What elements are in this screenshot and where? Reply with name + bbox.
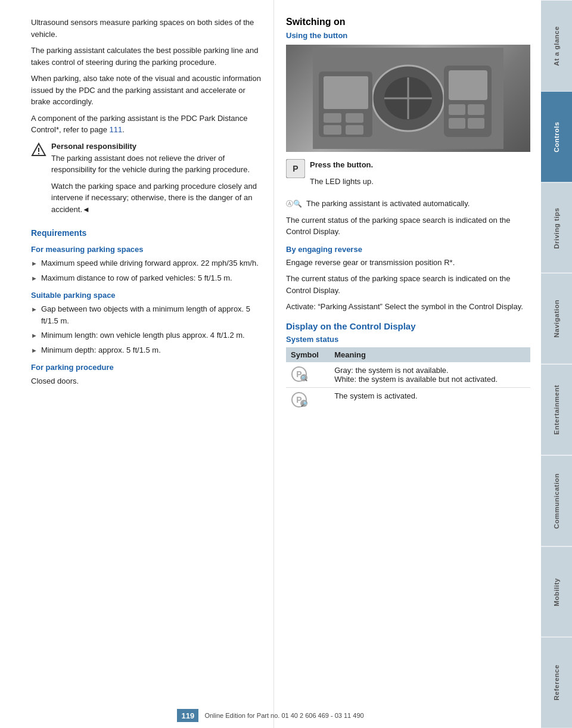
symbol-active: P 🔎	[291, 391, 325, 408]
sidebar-tab-at-a-glance[interactable]: At a glance	[541, 0, 572, 91]
warning-icon	[31, 142, 46, 158]
intro-p2: The parking assistant calculates the bes…	[31, 45, 262, 68]
system-status-heading: System status	[286, 335, 530, 344]
svg-text:🔎: 🔎	[301, 400, 308, 407]
svg-text:P: P	[293, 164, 298, 173]
engage-p1: Engage reverse gear or transmission posi…	[286, 257, 530, 269]
parking-symbol-1: Ⓐ🔍	[286, 200, 302, 208]
bullet-arrow-icon: ►	[31, 346, 38, 356]
svg-text:🔍: 🔍	[301, 375, 308, 382]
list-item: ► Minimum length: own vehicle length plu…	[31, 329, 262, 341]
svg-rect-17	[346, 113, 363, 123]
sidebar-tab-controls[interactable]: Controls	[541, 91, 572, 182]
warning-text: The parking assistant does not relieve t…	[51, 153, 262, 176]
right-column: Switching on Using the button	[274, 0, 541, 728]
engaging-heading: By engaging reverse	[286, 245, 530, 254]
button-icon: P	[286, 159, 305, 178]
status-text: The current status of the parking space …	[286, 214, 530, 238]
led-text: The LED lights up.	[310, 176, 374, 188]
svg-rect-13	[468, 118, 484, 129]
sidebar-tab-reference[interactable]: Reference	[541, 637, 572, 728]
measuring-bullets: ► Maximum speed while driving forward ap…	[31, 257, 262, 284]
warning-content: Personal responsibility The parking assi…	[51, 142, 262, 220]
symbol-cell-active: P 🔎	[286, 387, 329, 412]
parking-symbol-active-icon: P 🔎	[291, 391, 307, 408]
svg-rect-9	[449, 70, 487, 100]
suitable-bullets: ► Gap between two objects with a minimum…	[31, 303, 262, 356]
engage-p2: The current status of the parking space …	[286, 273, 530, 296]
warning-title: Personal responsibility	[51, 142, 262, 151]
intro-p1: Ultrasound sensors measure parking space…	[31, 17, 262, 40]
table-header-symbol: Symbol	[286, 347, 329, 362]
svg-rect-12	[449, 118, 465, 129]
sidebar-tab-communication[interactable]: Communication	[541, 455, 572, 546]
symbol-cell-gray: P 🔍	[286, 362, 329, 388]
parking-symbol-gray-icon: P 🔍	[291, 366, 307, 382]
using-button-heading: Using the button	[286, 31, 530, 40]
svg-rect-19	[346, 125, 363, 135]
symbol-gray: P 🔍	[291, 366, 325, 382]
sidebar-tab-navigation[interactable]: Navigation	[541, 273, 572, 364]
meaning-cell-gray: Gray: the system is not available. White…	[329, 362, 530, 388]
table-header-meaning: Meaning	[329, 347, 530, 362]
press-section: P Press the button. The LED lights up.	[286, 159, 530, 192]
table-row: P 🔎 The system is activated.	[286, 387, 530, 412]
list-item: ► Maximum speed while driving forward ap…	[31, 257, 262, 269]
page-number: 119	[177, 709, 198, 722]
for-measuring-heading: For measuring parking spaces	[31, 245, 262, 254]
car-img-inner	[286, 45, 530, 152]
engage-p3: Activate: “Parking Assistant” Select the…	[286, 301, 530, 313]
bullet-arrow-icon: ►	[31, 331, 38, 341]
car-dashboard-svg	[313, 48, 503, 149]
meaning-cell-active: The system is activated.	[329, 387, 530, 412]
table-row: P 🔍 Gray: the system is not available. W…	[286, 362, 530, 388]
bullet-arrow-icon: ►	[31, 259, 38, 269]
status-table: Symbol Meaning P 🔍	[286, 347, 530, 412]
left-column: Ultrasound sensors measure parking space…	[0, 0, 274, 728]
list-item: ► Maximum distance to row of parked vehi…	[31, 272, 262, 284]
press-text: Press the button.	[310, 159, 374, 171]
suitable-parking-heading: Suitable parking space	[31, 291, 262, 300]
bullet-arrow-icon: ►	[31, 273, 38, 284]
page-link[interactable]: 111	[110, 125, 123, 134]
bullet-arrow-icon: ►	[31, 304, 38, 326]
requirements-heading: Requirements	[31, 228, 262, 238]
switching-heading: Switching on	[286, 17, 530, 27]
intro-p4: A component of the parking assistant is …	[31, 113, 262, 136]
svg-rect-18	[324, 125, 341, 135]
sidebar-tab-entertainment[interactable]: Entertainment	[541, 364, 572, 455]
svg-rect-10	[449, 104, 465, 115]
display-heading: Display on the Control Display	[286, 321, 530, 331]
sidebar: At a glance Controls Driving tips Naviga…	[541, 0, 572, 728]
svg-rect-15	[324, 76, 368, 109]
for-parking-heading: For parking procedure	[31, 363, 262, 372]
main-content: Ultrasound sensors measure parking space…	[0, 0, 541, 728]
svg-rect-16	[324, 113, 341, 123]
warning-box: Personal responsibility The parking assi…	[31, 142, 262, 220]
svg-point-2	[38, 153, 39, 154]
warning-extra: Watch the parking space and parking proc…	[51, 181, 262, 216]
svg-rect-11	[468, 104, 484, 115]
list-item: ► Minimum depth: approx. 5 ft/1.5 m.	[31, 344, 262, 356]
edition-text: Online Edition for Part no. 01 40 2 606 …	[204, 712, 363, 719]
car-image	[286, 45, 530, 152]
activated-text: Ⓐ🔍 The parking assistant is activated au…	[286, 198, 530, 210]
sidebar-tab-mobility[interactable]: Mobility	[541, 546, 572, 637]
for-parking-text: Closed doors.	[31, 375, 262, 387]
press-text-block: Press the button. The LED lights up.	[310, 159, 374, 192]
list-item: ► Gap between two objects with a minimum…	[31, 303, 262, 326]
intro-p3: When parking, also take note of the visu…	[31, 73, 262, 108]
page-footer: 119 Online Edition for Part no. 01 40 2 …	[0, 709, 541, 722]
sidebar-tab-driving-tips[interactable]: Driving tips	[541, 182, 572, 273]
